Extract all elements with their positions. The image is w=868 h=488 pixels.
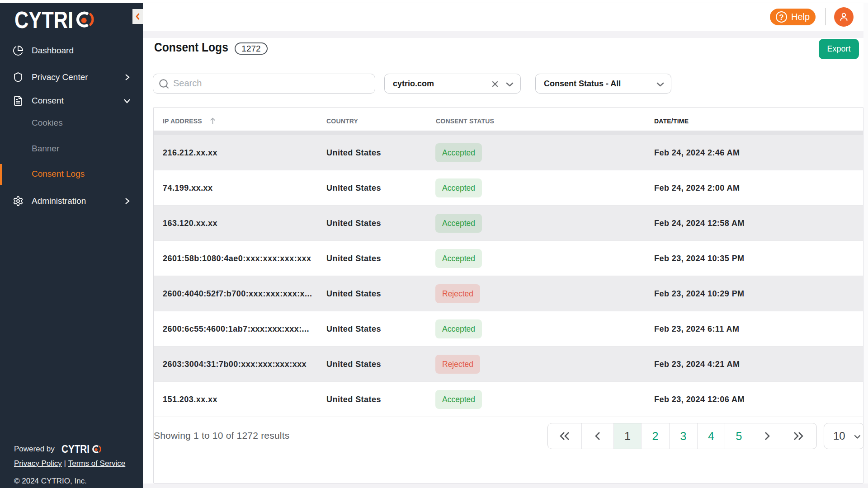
svg-text:CYTRI: CYTRI xyxy=(14,8,73,33)
svg-text:CYTRI: CYTRI xyxy=(61,443,90,455)
svg-text:?: ? xyxy=(779,13,783,22)
